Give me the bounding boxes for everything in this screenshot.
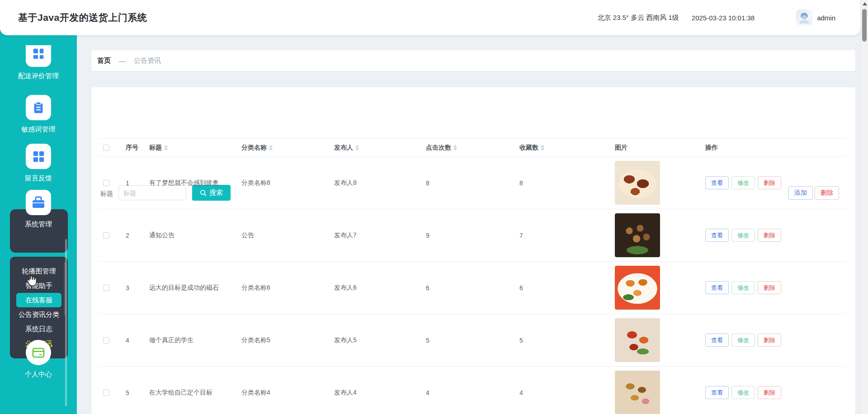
sidebar-item-label: 配送评价管理 <box>18 72 59 80</box>
cell-title: 通知公告 <box>142 231 234 240</box>
submenu-item-carousel[interactable]: 轮播图管理 <box>10 264 68 278</box>
avatar[interactable] <box>796 9 812 26</box>
sidebar-item-label: 个人中心 <box>25 370 52 379</box>
column-header-category[interactable]: 分类名称 <box>234 144 327 152</box>
delete-button[interactable]: 删除 <box>758 334 781 347</box>
delete-button[interactable]: 删除 <box>758 229 781 242</box>
clipboard-icon <box>26 95 51 120</box>
table-row: 2 通知公告 公告 发布人7 9 7 查看 修改 删除 <box>99 209 846 262</box>
scrollbar-thumb[interactable] <box>862 9 867 42</box>
view-button[interactable]: 查看 <box>705 334 729 347</box>
row-checkbox[interactable] <box>103 285 109 291</box>
column-header-title[interactable]: 标题 <box>142 144 234 152</box>
row-checkbox[interactable] <box>103 390 109 396</box>
username: admin <box>817 14 835 22</box>
edit-button[interactable]: 修改 <box>731 334 755 347</box>
sort-icon[interactable] <box>269 145 273 151</box>
breadcrumb-separator: — <box>119 57 126 65</box>
sort-icon[interactable] <box>164 145 168 151</box>
breadcrumb-current: 公告资讯 <box>134 56 161 65</box>
cell-clicks: 6 <box>419 284 512 292</box>
cell-favorites: 5 <box>512 337 608 344</box>
cell-clicks: 4 <box>419 389 512 396</box>
column-header-publisher[interactable]: 发布人 <box>327 144 419 152</box>
grid-badge-icon <box>26 45 51 67</box>
cell-publisher: 发布人4 <box>327 389 419 397</box>
cell-publisher: 发布人6 <box>327 284 419 292</box>
cell-title: 有了梦想就不会感到疲惫 <box>142 179 234 187</box>
breadcrumb: 首页 — 公告资讯 <box>91 50 855 71</box>
sidebar-item-personal-center[interactable]: 个人中心 <box>0 340 77 379</box>
submenu-item-smart-assistant[interactable]: 智能助手 <box>10 278 68 293</box>
announcement-image <box>615 318 660 362</box>
sidebar-scrollbar[interactable] <box>65 239 67 406</box>
column-header-clicks[interactable]: 点击次数 <box>419 144 512 152</box>
cell-clicks: 9 <box>419 232 512 239</box>
grid-icon <box>26 144 51 169</box>
breadcrumb-home-link[interactable]: 首页 <box>97 56 111 65</box>
cell-publisher: 发布人8 <box>327 179 419 187</box>
column-header-favorites[interactable]: 收藏数 <box>512 144 608 152</box>
view-button[interactable]: 查看 <box>705 176 729 189</box>
cell-index: 4 <box>118 337 142 344</box>
datetime: 2025-03-23 10:01:38 <box>692 14 755 22</box>
edit-button[interactable]: 修改 <box>731 229 755 242</box>
cell-publisher: 发布人7 <box>327 231 419 240</box>
edit-button[interactable]: 修改 <box>731 176 755 189</box>
delete-button[interactable]: 删除 <box>758 176 781 189</box>
sidebar-item-label: 留言反馈 <box>25 174 52 183</box>
view-button[interactable]: 查看 <box>705 229 729 242</box>
app-header: 基于Java开发的送货上门系统 北京 23.5° 多云 西南风 1级 2025-… <box>0 0 860 35</box>
view-button[interactable]: 查看 <box>705 386 729 399</box>
cell-clicks: 5 <box>419 337 512 344</box>
announcement-image <box>615 371 660 414</box>
weather-info: 北京 23.5° 多云 西南风 1级 <box>598 14 679 22</box>
submenu-item-label: 系统日志 <box>25 325 52 334</box>
sort-icon[interactable] <box>541 145 544 151</box>
sidebar-item-label: 敏感词管理 <box>22 125 56 134</box>
table-row: 1 有了梦想就不会感到疲惫 分类名称8 发布人8 8 8 查看 修改 删除 <box>99 157 846 209</box>
row-checkbox[interactable] <box>103 232 109 239</box>
row-checkbox[interactable] <box>103 180 109 186</box>
cell-favorites: 6 <box>512 284 608 292</box>
briefcase-icon <box>26 190 51 215</box>
announcement-image <box>615 161 660 205</box>
submenu-item-label: 在线客服 <box>25 296 52 305</box>
id-card-icon <box>26 340 51 365</box>
row-checkbox[interactable] <box>103 337 109 343</box>
announcement-table: 序号 标题 分类名称 发布人 点击次数 收藏数 图片 操作 1 有了梦想就不会感… <box>99 138 846 414</box>
sort-icon[interactable] <box>355 145 359 151</box>
column-header-image: 图片 <box>608 144 698 152</box>
sidebar: 配送评价管理 敏感词管理 留言反馈 系统管理 轮播图管理 智能助手 在线客服 公… <box>0 25 77 414</box>
sidebar-item-system-management[interactable]: 系统管理 <box>0 190 77 229</box>
view-button[interactable]: 查看 <box>705 281 729 294</box>
delete-button[interactable]: 删除 <box>758 386 781 399</box>
submenu-item-online-service[interactable]: 在线客服 <box>16 293 61 307</box>
sidebar-item-message-feedback[interactable]: 留言反馈 <box>0 144 77 183</box>
page-title: 基于Java开发的送货上门系统 <box>18 11 147 24</box>
submenu-item-system-log[interactable]: 系统日志 <box>10 322 68 336</box>
edit-button[interactable]: 修改 <box>731 386 755 399</box>
submenu-item-label: 智能助手 <box>25 282 52 290</box>
select-all-checkbox[interactable] <box>103 145 109 151</box>
sidebar-item-sensitive-words[interactable]: 敏感词管理 <box>0 95 77 134</box>
table-row: 5 在大学给自己定个目标 分类名称4 发布人4 4 4 查看 修改 删除 <box>99 367 846 414</box>
submenu-item-announcement-category[interactable]: 公告资讯分类 <box>10 307 68 322</box>
submenu-item-label: 轮播图管理 <box>22 267 56 276</box>
table-row: 4 做个真正的学生 分类名称5 发布人5 5 5 查看 修改 删除 <box>99 314 846 367</box>
sidebar-item-label: 系统管理 <box>25 220 52 229</box>
sort-icon[interactable] <box>453 145 457 151</box>
column-header-actions: 操作 <box>698 144 846 152</box>
cell-category: 分类名称4 <box>234 389 327 397</box>
cell-title: 远大的目标是成功的磁石 <box>142 284 234 292</box>
page-scrollbar[interactable] <box>860 0 868 414</box>
delete-button[interactable]: 删除 <box>758 281 781 294</box>
sidebar-item-delivery-review[interactable]: 配送评价管理 <box>0 45 77 80</box>
cell-favorites: 4 <box>512 389 608 396</box>
user-box[interactable]: admin <box>796 9 835 26</box>
edit-button[interactable]: 修改 <box>731 281 755 294</box>
scroll-up-arrow-icon[interactable] <box>863 2 867 5</box>
table-header-row: 序号 标题 分类名称 发布人 点击次数 收藏数 图片 操作 <box>99 138 846 157</box>
submenu-item-label: 公告资讯分类 <box>19 310 59 319</box>
cell-category: 分类名称6 <box>234 284 327 292</box>
